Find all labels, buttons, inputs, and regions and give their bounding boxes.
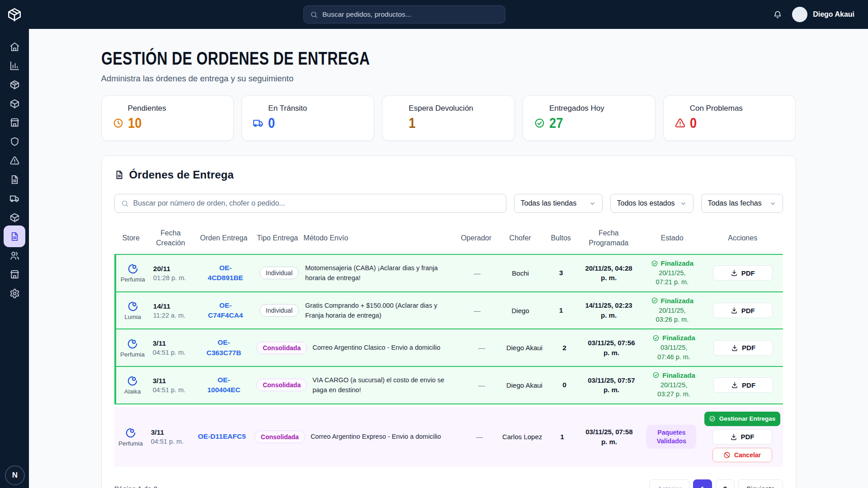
column-header-9: Estado [642,233,702,243]
bultos-cell: 2 [550,344,579,352]
file-text-icon [9,174,20,185]
creation-date: 20/11 [153,265,193,273]
pagination-page-2[interactable]: 2 [716,479,735,488]
bar-chart-icon [9,61,20,71]
topbar: Diego Akaui [0,0,868,29]
order-link[interactable]: OE-100404EC [207,376,240,394]
creation-time: 04:51 p. m. [151,438,189,445]
stat-card-4: Con Problemas0 [663,95,796,141]
sidebar-item-2-package[interactable] [4,75,25,94]
filter-value: Todas las fechas [708,199,762,207]
swirl-logo-icon [127,338,138,350]
sidebar-item-11-users[interactable] [4,246,25,265]
sidebar-item-6-alert-triangle[interactable] [4,151,25,170]
stat-card-0: Pendientes10 [101,95,234,141]
operador-cell: — [465,381,499,389]
swirl-logo-icon [127,375,138,387]
download-icon [731,344,738,352]
sidebar-item-10-file-text[interactable] [4,225,25,247]
order-link[interactable]: OE-C363C77B [207,338,241,356]
estado-cell: Paquetes Validados [642,425,701,449]
pagination-next-button[interactable]: Siguiente [738,479,783,488]
orden-cell: OE-4CD891BE [195,263,256,283]
status-filter[interactable]: Todos los estados [610,194,693,213]
tipo-badge: Consolidada [256,342,307,354]
home-icon [9,42,20,52]
tipo-entrega-cell: Consolidada [252,431,308,443]
store-cell: Perfumia [114,427,147,447]
column-header-6: Chofer [494,233,546,243]
fecha-programada-cell: 03/11/25, 07:56 p. m. [579,338,644,358]
file-text-icon [9,231,20,242]
check-circle-icon [534,117,545,129]
corner-logo[interactable]: N [5,465,25,485]
bultos-cell: 3 [547,269,576,277]
user-menu[interactable]: Diego Akaui [792,7,854,22]
store-name: Perfumia [121,276,145,283]
status-date: 03/11/25, 07:46 p. m. [646,343,701,361]
column-header-4: Método Envío [301,233,458,243]
tipo-badge: Individual [259,304,299,317]
check-circle-icon [651,297,658,304]
orders-search-input[interactable] [133,199,500,207]
column-header-7: Bultos [546,233,576,243]
sidebar-item-8-truck[interactable] [4,189,25,208]
order-link[interactable]: OE-4CD891BE [208,264,243,282]
tipo-badge: Consolidada [255,431,305,443]
column-header-1: Fecha Creación [148,228,193,248]
sidebar-item-13-gear[interactable] [4,284,25,303]
download-icon [731,269,738,277]
sidebar-item-3-box[interactable] [4,94,25,113]
sidebar-item-9-package-check[interactable] [4,208,25,227]
global-search [303,5,505,23]
pagination-page-1[interactable]: 1 [693,479,712,488]
sidebar-item-12-store[interactable] [4,265,25,284]
page-subtitle: Administra las órdenes de entrega y su s… [101,74,796,84]
gestionar-entregas-button[interactable]: Gestionar Entregas [704,412,780,426]
creation-date: 14/11 [153,302,193,310]
store-name: Lumia [124,314,141,320]
pagination-prev-button[interactable]: Anterior [649,479,689,488]
table-row: Perfumia20/1101:28 p. m.OE-4CD891BEIndiv… [114,254,783,292]
pdf-button[interactable]: PDF [713,377,773,393]
orders-panel: Órdenes de Entrega Todas las tiendasTodo… [101,155,796,488]
pdf-button[interactable]: PDF [713,265,773,281]
store-filter[interactable]: Todas las tiendas [514,194,603,213]
order-link[interactable]: OE-C74F4CA4 [208,301,243,319]
chofer-cell: Diego [495,307,547,314]
package-icon [9,80,20,90]
pdf-button[interactable]: PDF [713,340,773,356]
filter-value: Todos los estados [617,199,675,207]
tipo-entrega-cell: Individual [256,304,302,317]
filter-value: Todas las tiendas [521,199,577,207]
sidebar-item-4-store[interactable] [4,113,25,132]
sidebar-item-0-home[interactable] [4,37,25,56]
page-title: GESTIÓN DE ORDENES DE ENTREGA [101,48,643,69]
tipo-entrega-cell: Consolidada [254,342,310,354]
column-header-3: Tipo Entrega [254,233,301,243]
user-name: Diego Akaui [813,10,854,19]
pdf-button[interactable]: PDF [713,303,773,318]
pdf-button[interactable]: PDF [712,429,772,445]
table-row: Perfumia3/1104:51 p. m.OE-D11EAFC5Consol… [114,407,783,467]
table-row: Lumia14/1111:22 a. m.OE-C74F4CA4Individu… [114,292,783,330]
sidebar-item-7-file-text[interactable] [4,170,25,189]
bell-icon[interactable] [773,10,782,19]
store-icon [9,269,20,280]
file-text-icon [114,170,124,180]
app-logo[interactable] [0,7,29,22]
date-filter[interactable]: Todas las fechas [701,194,783,213]
cancelar-button[interactable]: Cancelar [712,448,772,462]
stat-label: Espera Devolución [409,104,504,113]
global-search-input[interactable] [322,10,499,19]
operador-cell: — [462,433,497,441]
chevron-down-icon [589,200,596,207]
sidebar-item-1-bar-chart[interactable] [4,56,25,75]
orden-cell: OE-D11EAFC5 [192,432,252,441]
sidebar-item-5-shield[interactable] [4,132,25,151]
fecha-creacion-cell: 3/1104:51 p. m. [149,377,194,394]
store-cell: Perfumia [116,338,149,358]
fecha-programada-cell: 20/11/25, 04:28 p. m. [576,263,642,283]
order-link[interactable]: OE-D11EAFC5 [198,432,246,440]
stat-card-2: Espera Devolución1 [382,95,515,141]
